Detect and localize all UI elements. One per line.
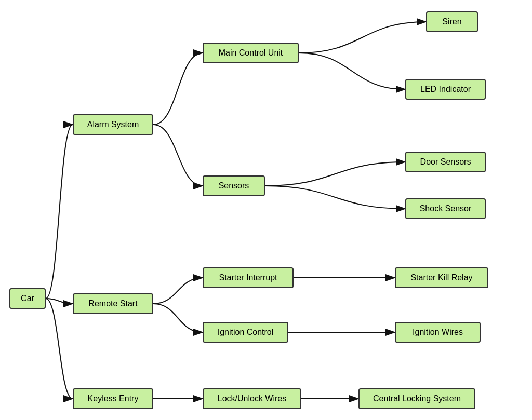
diagram-svg (0, 0, 532, 420)
